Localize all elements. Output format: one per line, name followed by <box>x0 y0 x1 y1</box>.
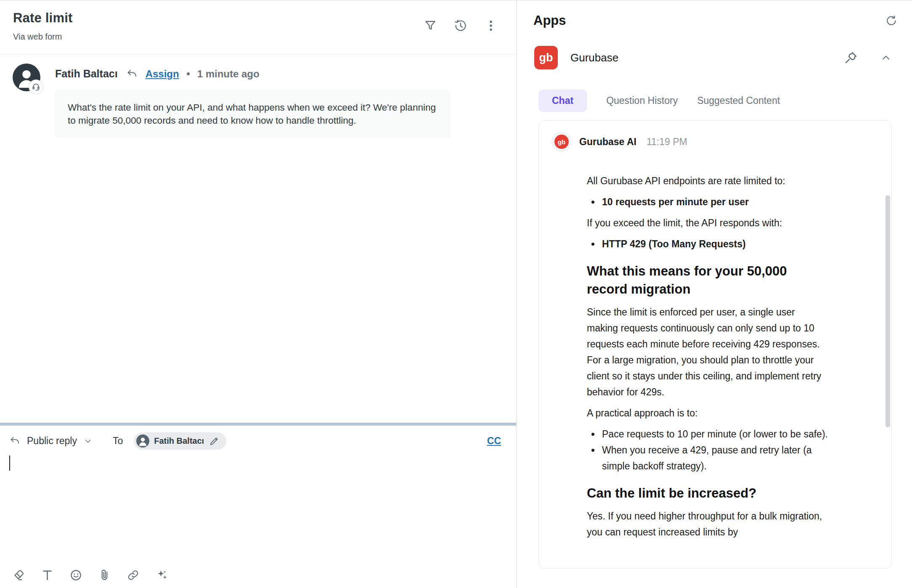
chat-paragraph: If you exceed the limit, the API respond… <box>587 215 828 231</box>
scrollbar-thumb[interactable] <box>885 195 890 427</box>
text-cursor <box>9 456 10 471</box>
history-button[interactable] <box>454 19 467 32</box>
chat-card: gb Gurubase AI 11:19 PM All Gurubase API… <box>538 120 892 569</box>
message-author: Fatih Baltacı <box>55 68 118 80</box>
chat-paragraph: All Gurubase API endpoints are rate limi… <box>587 173 828 189</box>
reply-arrow-icon <box>126 68 138 80</box>
overflow-menu-icon <box>484 19 498 32</box>
reply-type-dropdown[interactable]: Public reply <box>9 435 93 447</box>
collapse-button[interactable] <box>880 52 892 64</box>
chat-timestamp: 11:19 PM <box>647 136 687 148</box>
to-label: To <box>113 435 123 447</box>
message-bubble: What's the rate limit on your API, and w… <box>55 90 451 138</box>
avatar <box>13 64 40 91</box>
chevron-down-icon <box>83 437 93 446</box>
composer-header: Public reply To Fatih Baltacı CC <box>0 426 516 450</box>
apps-title: Apps <box>533 13 566 28</box>
gurubase-logo: gb <box>534 46 558 69</box>
apps-header: Apps <box>517 0 912 28</box>
reply-composer: Public reply To Fatih Baltacı CC <box>0 423 516 588</box>
reply-arrow-icon <box>9 435 21 447</box>
overflow-menu-button[interactable] <box>484 19 498 32</box>
apps-tabs: Chat Question History Suggested Content <box>538 90 912 112</box>
emoji-button[interactable] <box>69 569 82 582</box>
message-timestamp: 1 minute ago <box>197 68 260 80</box>
reply-type-label: Public reply <box>27 435 77 447</box>
tab-question-history[interactable]: Question History <box>606 95 678 106</box>
reply-editor[interactable] <box>0 451 516 559</box>
chat-paragraph: Yes. If you need higher throughput for a… <box>587 508 828 540</box>
tab-chat[interactable]: Chat <box>538 90 587 112</box>
chevron-up-icon <box>880 52 892 64</box>
ticket-header: Rate limit Via web form <box>0 0 516 54</box>
chat-body: All Gurubase API endpoints are rate limi… <box>539 152 891 540</box>
sparkles-button[interactable] <box>155 569 168 582</box>
chat-paragraph: A practical approach is to: <box>587 405 828 421</box>
app-row: gb Gurubase <box>517 28 912 69</box>
chat-list: 10 requests per minute per user <box>587 194 828 210</box>
recipient-chip[interactable]: Fatih Baltacı <box>134 432 226 450</box>
cc-link[interactable]: CC <box>487 435 501 447</box>
composer-toolbar <box>12 569 168 582</box>
edit-pencil-icon[interactable] <box>209 436 220 447</box>
link-button[interactable] <box>127 569 140 582</box>
gurubase-avatar: gb <box>551 132 572 152</box>
headset-badge-icon <box>29 79 43 94</box>
message-row: Fatih Baltacı Assign 1 minute ago What's… <box>13 64 504 138</box>
chat-list-item: HTTP 429 (Too Many Requests) <box>600 236 828 252</box>
conversation-area: Fatih Baltacı Assign 1 minute ago What's… <box>0 54 516 423</box>
tab-suggested-content[interactable]: Suggested Content <box>697 95 780 106</box>
ticket-pane: Rate limit Via web form <box>0 0 517 588</box>
chat-list: HTTP 429 (Too Many Requests) <box>587 236 828 252</box>
attachment-button[interactable] <box>98 569 111 582</box>
person-icon <box>136 434 149 448</box>
chat-paragraph: Since the limit is enforced per user, a … <box>587 304 828 400</box>
refresh-button[interactable] <box>885 14 898 27</box>
text-format-icon <box>41 569 54 582</box>
emoji-icon <box>69 569 82 582</box>
ticket-channel: Via web form <box>13 32 497 42</box>
composer-focus-bar <box>0 423 516 426</box>
gurubase-avatar-icon: gb <box>554 135 569 149</box>
app-name: Gurubase <box>570 51 618 64</box>
chat-heading: Can the limit be increased? <box>587 484 828 502</box>
assign-link[interactable]: Assign <box>146 68 179 80</box>
attachment-icon <box>98 569 111 582</box>
refresh-icon <box>885 14 898 27</box>
sparkles-icon <box>155 569 168 582</box>
chat-header: gb Gurubase AI 11:19 PM <box>539 121 891 152</box>
eraser-button[interactable] <box>12 569 25 582</box>
history-icon <box>454 19 467 32</box>
chat-heading: What this means for your 50,000 record m… <box>587 262 828 298</box>
chat-list-item: When you receive a 429, pause and retry … <box>600 442 828 474</box>
apps-pane: Apps gb Gurubase Chat Question History <box>517 0 912 588</box>
filter-icon <box>424 19 437 32</box>
link-icon <box>127 569 140 582</box>
message-header: Fatih Baltacı Assign 1 minute ago <box>55 68 504 80</box>
filter-button[interactable] <box>424 19 437 32</box>
eraser-icon <box>12 569 25 582</box>
pin-icon <box>844 50 858 65</box>
chat-sender: Gurubase AI <box>579 136 636 148</box>
chat-list-item: Pace requests to 10 per minute (or lower… <box>600 426 828 442</box>
dot-separator <box>187 72 190 75</box>
text-format-button[interactable] <box>41 569 54 582</box>
chat-list: Pace requests to 10 per minute (or lower… <box>587 426 828 474</box>
message-main: Fatih Baltacı Assign 1 minute ago What's… <box>55 64 504 138</box>
recipient-name: Fatih Baltacı <box>154 436 204 446</box>
pin-button[interactable] <box>844 50 858 65</box>
ticket-header-actions <box>424 19 498 32</box>
app-actions <box>844 50 892 65</box>
chat-list-item: 10 requests per minute per user <box>600 194 828 210</box>
